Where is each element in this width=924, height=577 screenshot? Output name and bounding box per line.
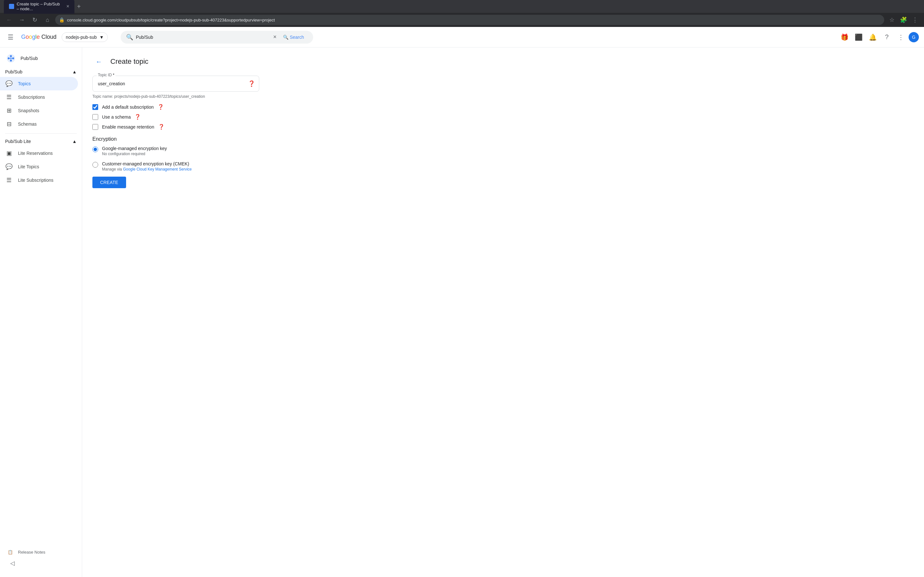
subscriptions-icon: ☰ [5,93,13,101]
pubsub-section-label: Pub/Sub [5,69,23,74]
add-subscription-label: Add a default subscription [102,105,153,110]
nav-back-btn[interactable]: ← [4,15,14,25]
message-retention-label: Enable message retention [102,124,154,129]
page-content: ← Create topic Topic ID * ❓ Topic name: … [82,47,924,577]
sidebar-item-lite-reservations[interactable]: ▣ Lite Reservations [0,147,78,160]
google-encryption-sublabel: No configuration required [102,152,167,156]
message-retention-row: Enable message retention ❓ [92,124,259,130]
user-avatar[interactable]: G [909,32,919,42]
sidebar-item-lite-subscriptions[interactable]: ☰ Lite Subscriptions [0,173,78,187]
required-marker: * [113,73,115,77]
sidebar-lite-subscriptions-label: Lite Subscriptions [18,177,53,183]
lite-reservations-icon: ▣ [5,150,13,157]
nav-forward-btn[interactable]: → [17,15,27,25]
cmek-encryption-radio[interactable] [92,162,98,168]
tab-title: Create topic – Pub/Sub – node... [17,2,63,11]
collapse-icon: ◁ [10,560,15,567]
sidebar-divider [5,133,77,134]
add-subscription-checkbox[interactable] [92,104,98,110]
svg-point-4 [10,60,12,61]
help-btn[interactable]: ? [880,31,893,44]
sidebar: Pub/Sub Pub/Sub ▲ 💬 Topics ☰ Subscriptio… [0,47,82,577]
pubsub-collapse-icon: ▲ [72,69,77,74]
cmek-encryption-row: Customer-managed encryption key (CMEK) M… [92,161,259,171]
header-actions: 🎁 ⬛ 🔔 ? ⋮ G [838,31,919,44]
active-tab[interactable]: Create topic – Pub/Sub – node... × [4,0,74,14]
sidebar-item-topics[interactable]: 💬 Topics [0,77,78,90]
cmek-encryption-content: Customer-managed encryption key (CMEK) M… [102,161,192,171]
use-schema-checkbox[interactable] [92,114,98,120]
use-schema-help-icon[interactable]: ❓ [134,114,141,120]
pubsub-title-row: Pub/Sub [0,50,82,67]
browser-tab-bar: Create topic – Pub/Sub – node... × + [0,0,924,13]
nav-home-btn[interactable]: ⌂ [42,15,53,25]
topic-id-help-icon[interactable]: ❓ [248,80,255,87]
cmek-encryption-sublabel: Manage via Google Cloud Key Management S… [102,167,192,171]
sidebar-lite-reservations-label: Lite Reservations [18,151,53,156]
message-retention-checkbox[interactable] [92,124,98,130]
pubsub-lite-section-header[interactable]: Pub/Sub Lite ▲ [0,136,82,147]
notification-btn[interactable]: 🔔 [866,31,879,44]
search-input[interactable] [136,35,270,40]
search-clear-btn[interactable]: × [273,34,277,40]
google-encryption-content: Google-managed encryption key No configu… [102,146,167,156]
back-arrow-icon: ← [95,58,102,65]
app-name-label: Pub/Sub [21,56,38,61]
sidebar-item-lite-topics[interactable]: 💬 Lite Topics [0,160,78,173]
page-title: Create topic [110,57,149,66]
pubsub-section-header[interactable]: Pub/Sub ▲ [0,67,82,77]
google-cloud-logo[interactable]: Google Cloud [21,34,57,40]
sidebar-bottom: 📋 Release Notes ◁ [0,542,82,574]
hamburger-btn[interactable]: ☰ [5,31,16,44]
address-bar[interactable]: 🔒 console.cloud.google.com/cloudpubsub/t… [55,15,884,25]
app-header: ☰ Google Cloud nodejs-pub-sub ▼ 🔍 × 🔍 Se… [0,27,924,47]
terminal-btn[interactable]: ⬛ [852,31,865,44]
svg-point-2 [12,57,14,59]
cmek-encryption-label: Customer-managed encryption key (CMEK) [102,161,192,166]
use-schema-label: Use a schema [102,114,131,119]
page-header: ← Create topic [92,55,914,68]
sidebar-item-subscriptions[interactable]: ☰ Subscriptions [0,90,78,104]
snapshots-icon: ⊞ [5,107,13,114]
message-retention-help-icon[interactable]: ❓ [158,124,165,130]
project-selector[interactable]: nodejs-pub-sub ▼ [61,32,108,42]
extensions-btn[interactable]: 🧩 [898,15,909,25]
pubsub-app-icon [5,53,17,64]
kms-link[interactable]: Google Cloud Key Management Service [123,167,192,171]
sidebar-collapse-btn[interactable]: ◁ [5,557,77,569]
new-tab-btn[interactable]: + [77,3,81,10]
back-btn[interactable]: ← [92,55,105,68]
search-icon: 🔍 [126,34,133,41]
add-subscription-row: Add a default subscription ❓ [92,104,259,110]
create-button[interactable]: CREATE [92,177,126,188]
nav-refresh-btn[interactable]: ↻ [29,15,40,25]
sidebar-snapshots-label: Snapshots [18,108,39,113]
add-subscription-help-icon[interactable]: ❓ [158,104,164,110]
tab-close-btn[interactable]: × [66,3,69,9]
lite-subscriptions-icon: ☰ [5,177,13,184]
more-options-btn[interactable]: ⋮ [895,31,907,44]
google-encryption-radio[interactable] [92,147,98,152]
topic-id-label: Topic ID * [97,73,115,77]
sidebar-content: Pub/Sub Pub/Sub ▲ 💬 Topics ☰ Subscriptio… [0,50,82,187]
release-notes-label: Release Notes [18,550,45,554]
topic-id-input[interactable] [98,80,254,87]
global-search-bar[interactable]: 🔍 × 🔍 Search [121,31,313,44]
project-dropdown-icon: ▼ [99,35,104,40]
release-notes-btn[interactable]: 📋 Release Notes [5,547,77,557]
sidebar-item-snapshots[interactable]: ⊞ Snapshots [0,104,78,117]
topic-id-field-group: Topic ID * ❓ [92,76,259,92]
browser-nav-bar: ← → ↻ ⌂ 🔒 console.cloud.google.com/cloud… [0,13,924,27]
google-encryption-label: Google-managed encryption key [102,146,167,151]
search-btn-label: Search [290,35,304,40]
gift-btn[interactable]: 🎁 [838,31,851,44]
topic-name-hint: Topic name: projects/nodejs-pub-sub-4072… [92,94,259,99]
search-submit-btn[interactable]: 🔍 Search [279,32,308,42]
browser-menu-btn[interactable]: ⋮ [910,15,920,25]
sidebar-item-schemas[interactable]: ⊟ Schemas [0,117,78,131]
pubsub-lite-collapse-icon: ▲ [72,139,77,144]
use-schema-row: Use a schema ❓ [92,114,259,120]
lite-topics-icon: 💬 [5,163,13,170]
google-encryption-row: Google-managed encryption key No configu… [92,146,259,156]
bookmark-btn[interactable]: ☆ [887,15,897,25]
